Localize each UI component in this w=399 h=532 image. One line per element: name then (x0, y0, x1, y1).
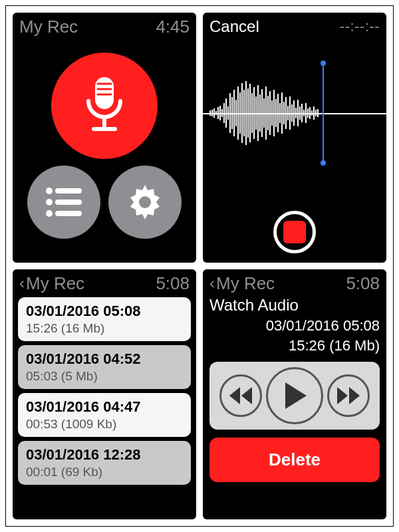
recording-meta: 00:01 (69 Kb) (26, 465, 183, 479)
recording-date: 03/01/2016 12:28 (26, 446, 183, 464)
back-button[interactable]: ‹ My Rec (209, 273, 275, 294)
recording-date: 03/01/2016 05:08 (209, 316, 380, 336)
svg-marker-16 (285, 382, 307, 409)
svg-marker-14 (229, 387, 240, 404)
svg-rect-11 (55, 211, 82, 216)
recordings-list-button[interactable] (27, 166, 100, 239)
waveform-display[interactable] (203, 76, 386, 150)
svg-rect-0 (95, 77, 114, 109)
svg-marker-15 (241, 387, 252, 404)
svg-point-8 (46, 199, 53, 205)
svg-point-13 (139, 196, 151, 208)
screen-recording-detail: ‹ My Rec 5:08 Watch Audio 03/01/2016 05:… (203, 269, 386, 519)
svg-point-10 (46, 210, 53, 217)
list-icon (45, 186, 83, 218)
stop-icon (283, 221, 306, 243)
recording-date: 03/01/2016 04:52 (26, 350, 183, 368)
screen-home: My Rec 4:45 (13, 13, 196, 263)
record-button[interactable] (51, 53, 158, 159)
recording-date: 03/01/2016 05:08 (26, 303, 183, 320)
recording-list-item[interactable]: 03/01/2016 04:5205:03 (5 Mb) (18, 345, 191, 389)
stop-record-button[interactable] (273, 211, 316, 253)
settings-button[interactable] (108, 166, 182, 239)
fast-forward-icon (337, 387, 360, 404)
screen-recordings-list: ‹ My Rec 5:08 03/01/2016 05:0815:26 (16 … (13, 269, 196, 519)
playback-controls (209, 362, 380, 430)
recording-list-item[interactable]: 03/01/2016 04:4700:53 (1009 Kb) (18, 393, 191, 437)
delete-button[interactable]: Delete (209, 438, 380, 482)
rewind-icon (229, 387, 252, 404)
back-label: My Rec (26, 273, 84, 294)
chevron-left-icon: ‹ (209, 274, 215, 293)
status-bar: ‹ My Rec 5:08 (13, 269, 196, 295)
gear-icon (125, 182, 165, 222)
svg-marker-18 (349, 387, 360, 404)
fast-forward-button[interactable] (327, 374, 370, 417)
back-button[interactable]: ‹ My Rec (19, 273, 84, 294)
play-icon (283, 382, 307, 409)
svg-rect-7 (55, 188, 82, 194)
cancel-button[interactable]: Cancel (209, 17, 259, 36)
microphone-icon (78, 74, 131, 138)
app-title: My Rec (19, 17, 78, 37)
recording-list-item[interactable]: 03/01/2016 05:0815:26 (16 Mb) (18, 297, 191, 341)
playhead-indicator (323, 63, 324, 163)
chevron-left-icon: ‹ (19, 274, 25, 293)
recording-meta: 15:26 (16 Mb) (209, 336, 380, 356)
clock-time: 4:45 (156, 17, 190, 37)
recording-timecode: --:--:-- (340, 18, 380, 35)
svg-point-6 (46, 188, 53, 194)
recording-title: Watch Audio (209, 296, 380, 315)
screen-recording: Cancel --:--:-- (203, 13, 386, 263)
recording-meta: 00:53 (1009 Kb) (26, 417, 183, 432)
back-label: My Rec (216, 273, 275, 294)
recording-meta: 15:26 (16 Mb) (26, 321, 183, 336)
status-bar: My Rec 4:45 (13, 13, 196, 38)
status-bar: Cancel --:--:-- (203, 13, 386, 38)
status-bar: ‹ My Rec 5:08 (203, 269, 386, 295)
play-button[interactable] (266, 367, 323, 424)
clock-time: 5:08 (346, 273, 380, 294)
rewind-button[interactable] (219, 374, 262, 417)
recording-list-item[interactable]: 03/01/2016 12:2800:01 (69 Kb) (18, 441, 191, 485)
svg-marker-17 (337, 387, 348, 404)
recording-meta: 05:03 (5 Mb) (26, 369, 183, 384)
clock-time: 5:08 (156, 273, 190, 294)
svg-rect-9 (55, 200, 82, 205)
recording-date: 03/01/2016 04:47 (26, 398, 183, 416)
